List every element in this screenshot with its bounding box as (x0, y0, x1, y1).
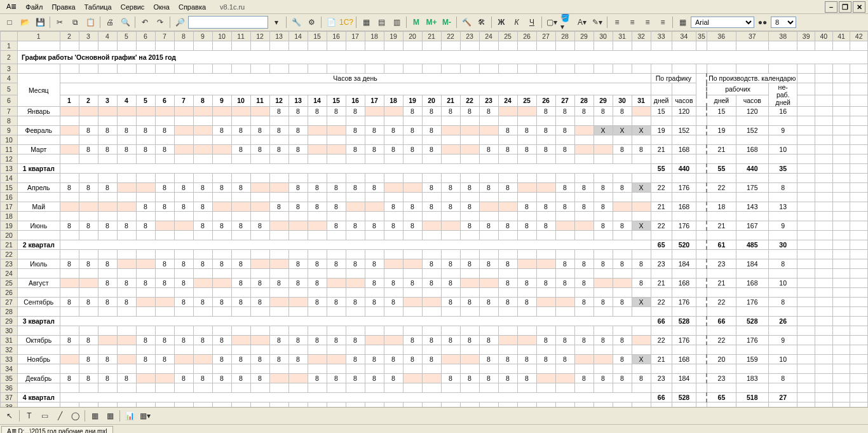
day-cell[interactable] (460, 145, 479, 155)
undo-icon[interactable]: ↶ (138, 15, 152, 29)
day-cell[interactable]: 8 (174, 259, 193, 269)
col-header[interactable]: 31 (613, 32, 632, 41)
menu-windows[interactable]: Окна (149, 2, 173, 12)
day-cell[interactable]: 8 (212, 355, 231, 364)
day-cell[interactable] (441, 126, 460, 135)
day-cell[interactable]: 8 (136, 355, 155, 364)
col-header[interactable]: 7 (155, 32, 174, 41)
day-cell[interactable]: 8 (117, 145, 136, 155)
font-select[interactable]: Arial (691, 17, 754, 28)
day-cell[interactable]: 8 (403, 126, 422, 135)
col-header[interactable]: 12 (250, 32, 269, 41)
day-cell[interactable]: 8 (365, 355, 384, 364)
day-cell[interactable]: 8 (555, 183, 574, 193)
day-cell[interactable]: 8 (613, 221, 632, 231)
day-cell[interactable]: 8 (574, 107, 593, 116)
day-cell[interactable] (574, 145, 593, 155)
day-cell[interactable]: 8 (79, 145, 98, 155)
day-cell[interactable]: 8 (231, 126, 250, 135)
day-cell[interactable]: 8 (117, 126, 136, 135)
day-cell[interactable]: 8 (403, 336, 422, 345)
day-cell[interactable]: 8 (479, 374, 498, 383)
day-cell[interactable] (403, 183, 422, 193)
day-cell[interactable] (98, 336, 117, 345)
day-cell[interactable]: 8 (308, 107, 327, 116)
new-icon[interactable]: □ (3, 15, 17, 29)
day-cell[interactable]: 8 (632, 374, 651, 383)
day-cell[interactable]: X (632, 183, 651, 193)
day-cell[interactable] (155, 374, 174, 383)
day-cell[interactable]: 8 (593, 183, 613, 193)
day-cell[interactable]: 8 (498, 298, 517, 307)
day-cell[interactable]: 8 (632, 259, 651, 269)
day-cell[interactable]: 8 (460, 221, 479, 231)
menu-help[interactable]: Справка (175, 2, 210, 12)
day-cell[interactable] (79, 278, 98, 288)
day-cell[interactable]: 8 (327, 259, 346, 269)
day-cell[interactable] (174, 107, 193, 116)
day-cell[interactable]: X (632, 298, 651, 307)
day-cell[interactable] (136, 107, 155, 116)
chart-icon[interactable]: 📊 (123, 409, 137, 423)
underline-btn[interactable]: Ч (525, 15, 539, 29)
day-cell[interactable]: 8 (479, 298, 498, 307)
day-cell[interactable]: 8 (79, 259, 98, 269)
day-cell[interactable] (308, 355, 327, 364)
row-header[interactable]: 17 (1, 202, 18, 212)
row-header[interactable]: 35 (1, 374, 18, 383)
col-header[interactable]: 24 (479, 32, 498, 41)
col-header[interactable]: 5 (117, 32, 136, 41)
day-cell[interactable] (60, 126, 79, 135)
col-header[interactable]: 33 (651, 32, 672, 41)
table-tool-icon[interactable]: ▦ (88, 409, 102, 423)
col-header[interactable]: 11 (231, 32, 250, 41)
day-cell[interactable]: 8 (365, 278, 384, 288)
day-cell[interactable]: 8 (403, 278, 422, 288)
day-cell[interactable] (269, 298, 288, 307)
day-cell[interactable]: 8 (174, 183, 193, 193)
border-icon[interactable]: ▢▾ (545, 15, 559, 29)
day-cell[interactable] (288, 298, 308, 307)
day-cell[interactable] (536, 259, 555, 269)
day-cell[interactable]: 8 (422, 278, 441, 288)
day-cell[interactable] (574, 126, 593, 135)
day-cell[interactable] (517, 259, 536, 269)
col-header[interactable]: 18 (365, 32, 384, 41)
day-cell[interactable]: 8 (174, 202, 193, 212)
col-header[interactable]: 19 (384, 32, 403, 41)
day-cell[interactable]: 8 (155, 355, 174, 364)
col-header[interactable]: 41 (832, 32, 850, 41)
day-cell[interactable]: 8 (117, 278, 136, 288)
day-cell[interactable]: 8 (574, 278, 593, 288)
text-icon[interactable]: T (22, 409, 36, 423)
day-cell[interactable]: 8 (212, 183, 231, 193)
day-cell[interactable]: 8 (613, 298, 632, 307)
day-cell[interactable]: 8 (117, 298, 136, 307)
row-header[interactable]: 11 (1, 145, 18, 155)
day-cell[interactable]: 8 (536, 278, 555, 288)
day-cell[interactable] (136, 259, 155, 269)
day-cell[interactable] (155, 107, 174, 116)
day-cell[interactable] (98, 107, 117, 116)
day-cell[interactable] (174, 126, 193, 135)
day-cell[interactable]: 8 (555, 107, 574, 116)
day-cell[interactable]: 8 (441, 278, 460, 288)
day-cell[interactable]: 8 (365, 374, 384, 383)
day-cell[interactable]: 8 (441, 374, 460, 383)
day-cell[interactable]: 8 (365, 145, 384, 155)
menu-file[interactable]: Файл (22, 2, 46, 12)
day-cell[interactable]: 8 (117, 221, 136, 231)
day-cell[interactable] (384, 259, 403, 269)
day-cell[interactable]: 8 (346, 183, 365, 193)
col-header[interactable]: 36 (707, 32, 736, 41)
day-cell[interactable]: 8 (79, 336, 98, 345)
day-cell[interactable]: 8 (460, 374, 479, 383)
row-header[interactable]: 6 (1, 95, 18, 107)
grid-icon[interactable]: ▤ (374, 15, 388, 29)
row-header[interactable]: 23 (1, 259, 18, 269)
day-cell[interactable]: 8 (98, 374, 117, 383)
find-icon[interactable]: 🔍 (118, 15, 132, 29)
day-cell[interactable] (308, 126, 327, 135)
day-cell[interactable]: 8 (422, 126, 441, 135)
row-header[interactable]: 37 (1, 393, 18, 402)
